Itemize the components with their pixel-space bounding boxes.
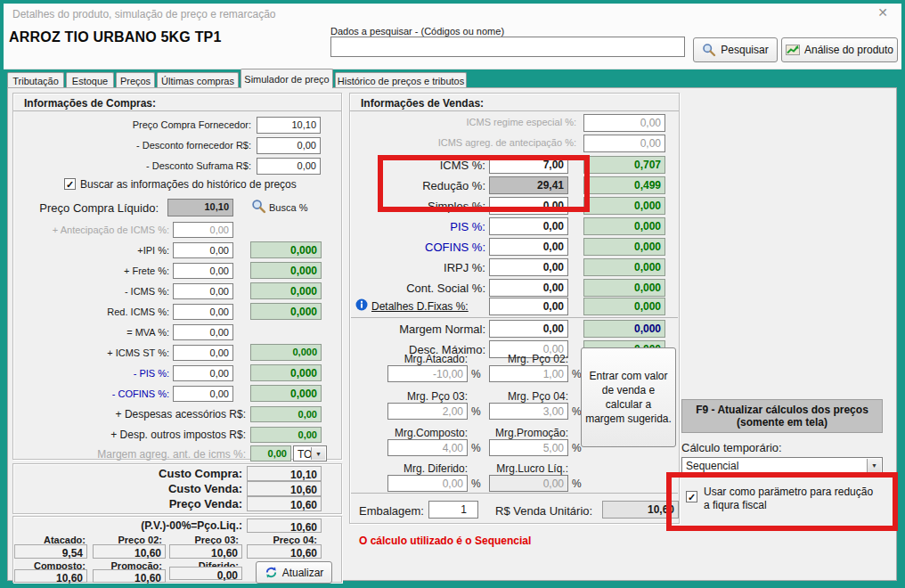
busca-percent-icon[interactable] (251, 199, 266, 214)
tab-tributacao[interactable]: Tributação (7, 72, 64, 88)
mva-input[interactable]: 0,00 (173, 324, 233, 340)
tab-ultimas-compras[interactable]: Últimas compras (157, 72, 239, 88)
vendas-divider-2 (351, 493, 678, 494)
mrg-pco04-label: Mrg. Pço 04: (489, 390, 568, 403)
mrg-diferido-input[interactable]: 0,00 (387, 475, 468, 492)
icms-st-input[interactable]: 0,00 (173, 345, 233, 361)
irpj-label: IRPJ %: (380, 261, 485, 274)
calculo-temporario-dropdown[interactable]: Sequencial ▼ (681, 457, 883, 476)
desconto-fornecedor-input[interactable]: 0,00 (257, 137, 321, 154)
percent-sign: % (471, 405, 481, 418)
embalagem-input[interactable]: 1 (428, 501, 478, 519)
tab-precos[interactable]: Preços (116, 72, 155, 88)
pis-venda-input[interactable]: 0,00 (489, 217, 568, 235)
uf-dropdown[interactable]: TO ▼ (293, 445, 327, 461)
historico-checkbox-label: Buscar as informações do histórico de pr… (80, 178, 297, 191)
preco-venda-label: Preço Venda: (80, 497, 242, 510)
desconto-fornecedor-label: - Desconto fornecedor R$: (53, 140, 251, 151)
mrg-composto-label: Mrg.Composto: (387, 427, 468, 439)
frete-label: + Frete %: (12, 265, 169, 276)
cofins-venda-input[interactable]: 0,00 (489, 238, 568, 256)
red-icms-input[interactable]: 0,00 (173, 304, 233, 320)
vendas-title: Informações de Vendas: (350, 94, 679, 111)
simples-input[interactable]: 0,00 (489, 197, 568, 215)
entrar-valor-venda-button[interactable]: Entrar com valor de venda e calcular a m… (581, 347, 676, 447)
cont-social-input[interactable]: 0,00 (489, 279, 568, 297)
percent-sign: % (471, 478, 481, 490)
product-details-window: Detalhes do produto, simulação de preço … (0, 0, 905, 588)
search-icon (702, 43, 716, 57)
cont-social-label: Cont. Social %: (380, 282, 485, 295)
mrg-pco02-input[interactable]: 1,00 (489, 365, 568, 382)
search-input[interactable] (330, 37, 685, 57)
icms-agreg-label: ICMS agreg. de antecipação %: (354, 137, 576, 148)
desp-outros-impostos-label: + Desp. outros impostos R$: (12, 429, 246, 441)
margem-agreg-label: Margem agreg. ant. de icms %: (12, 448, 246, 461)
margem-agreg-result: 0,00 (250, 445, 291, 461)
icms-agreg-input[interactable]: 0,00 (583, 135, 665, 152)
percent-sign: % (572, 478, 582, 490)
tab-simulador-de-preco[interactable]: Simulador de preço (241, 69, 333, 88)
param-reducao-checkbox[interactable]: ✓ (686, 491, 697, 502)
compras-title: Informações de Compras: (13, 94, 341, 111)
margem-normal-input[interactable]: 0,00 (489, 320, 568, 338)
desconto-suframa-label: - Desconto Suframa R$: (53, 160, 251, 171)
chevron-down-icon[interactable]: ▼ (311, 447, 325, 460)
cofins-compra-input[interactable]: 0,00 (173, 386, 233, 402)
custo-venda-label: Custo Venda: (80, 482, 242, 495)
product-name: ARROZ TIO URBANO 5KG TP1 (9, 29, 222, 45)
icms-regime-input[interactable]: 0,00 (583, 114, 665, 132)
irpj-result: 0,000 (583, 258, 665, 276)
close-icon[interactable]: ✕ (873, 5, 893, 21)
mrg-pco03-input[interactable]: 2,00 (387, 403, 468, 420)
detalhes-dfixas-link[interactable]: Detalhes D.Fixas %: (371, 300, 469, 313)
icms-venda-result: 0,707 (583, 156, 665, 174)
tab-historico[interactable]: Histórico de preços e tributos (335, 72, 467, 88)
chevron-down-icon[interactable]: ▼ (867, 459, 881, 474)
simples-label: Simples %: (380, 200, 485, 213)
mrg-atacado-input[interactable]: -10,00 (387, 365, 468, 382)
preco-compra-fornecedor-input[interactable]: 10,10 (257, 117, 321, 134)
ipi-input[interactable]: 0,00 (173, 242, 233, 258)
desconto-suframa-input[interactable]: 0,00 (257, 158, 321, 175)
f9-note: F9 - Atualizar cálculos dos preços (some… (681, 399, 883, 433)
margem-normal-label: Margem Normal: (374, 323, 485, 336)
frete-result: 0,000 (250, 262, 322, 279)
busca-percent-label[interactable]: Busca % (269, 202, 307, 213)
cofins-compra-label: - COFINS %: (12, 388, 169, 399)
param-reducao-checkbox-label: Usar como parämetro para redução a fiqur… (704, 486, 880, 512)
simples-result: 0,000 (583, 197, 665, 215)
margem-normal-result: 0,000 (583, 320, 665, 338)
search-button[interactable]: Pesquisar (693, 37, 778, 62)
icms-compra-result: 0,000 (250, 282, 322, 299)
pis-venda-label: PIS %: (380, 220, 485, 233)
composto-value: 10,60 (14, 569, 87, 583)
frete-input[interactable]: 0,00 (173, 263, 233, 279)
product-analysis-button[interactable]: Análise do produto (781, 37, 898, 62)
atualizar-button[interactable]: Atualizar (256, 561, 332, 584)
window-title: Detalhes do produto, simulação de preço … (12, 8, 276, 20)
mrg-composto-input[interactable]: 4,00 (387, 439, 468, 456)
pis-compra-input[interactable]: 0,00 (173, 365, 233, 381)
tab-estoque[interactable]: Estoque (66, 72, 114, 88)
mrg-promocao-input[interactable]: 5,00 (489, 439, 568, 456)
info-icon (355, 298, 368, 311)
antecipacao-icms-label: + Antecipação de ICMS %: (12, 225, 169, 235)
ipi-result: 0,000 (250, 241, 322, 258)
custo-compra-label: Custo Compra: (80, 467, 242, 480)
mrg-pco04-input[interactable]: 3,00 (489, 403, 568, 420)
icms-compra-input[interactable]: 0,00 (173, 283, 233, 299)
historico-checkbox[interactable]: ✓ (64, 178, 76, 190)
pis-compra-label: - PIS %: (12, 368, 169, 379)
mva-label: = MVA %: (12, 327, 169, 338)
irpj-input[interactable]: 0,00 (489, 258, 568, 276)
detalhes-dfixas-input[interactable]: 0,00 (489, 298, 568, 315)
antecipacao-icms-input[interactable]: 0,00 (173, 222, 233, 238)
custo-venda-value: 10,60 (247, 481, 322, 496)
preco04-value: 10,60 (247, 544, 322, 559)
icms-venda-input[interactable]: 7,00 (489, 156, 568, 174)
promocao-value: 10,60 (93, 569, 166, 583)
venda-unitario-value: 10,60 (602, 501, 679, 519)
mrg-lucro-input: 0,00 (489, 475, 568, 492)
icms-regime-label: ICMS regime especial %: (354, 117, 576, 127)
